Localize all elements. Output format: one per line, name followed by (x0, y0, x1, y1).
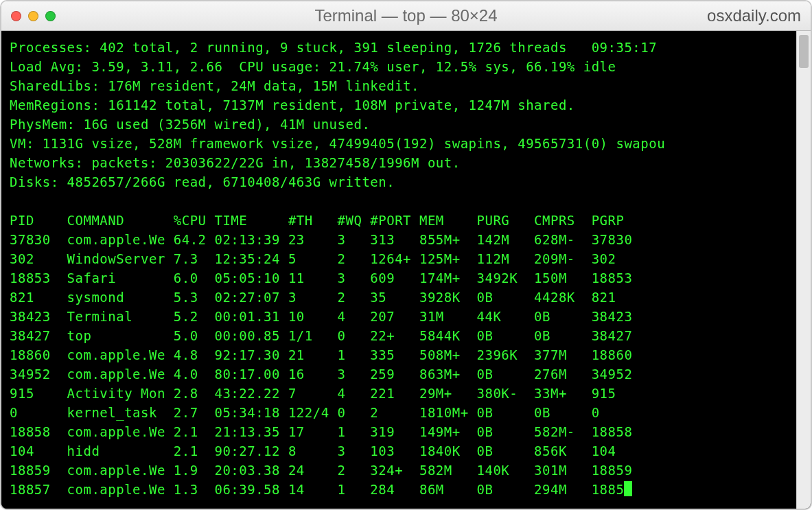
terminal-line: 18858 com.apple.We 2.1 21:13.35 17 1 319… (10, 424, 632, 439)
terminal-line: 821 sysmond 5.3 02:27:07 3 2 35 3928K 0B… (10, 290, 616, 305)
terminal-line: Processes: 402 total, 2 running, 9 stuck… (10, 40, 657, 55)
terminal-line: 915 Activity Mon 2.8 43:22.22 7 4 221 29… (10, 386, 616, 401)
terminal-line: 0 kernel_task 2.7 05:34:18 122/4 0 2 181… (10, 405, 600, 420)
cursor-icon (624, 481, 632, 496)
terminal-line: 18857 com.apple.We 1.3 06:39.58 14 1 284… (10, 482, 624, 497)
terminal-line: Load Avg: 3.59, 3.11, 2.66 CPU usage: 21… (10, 59, 616, 74)
close-icon[interactable] (11, 11, 21, 21)
terminal-line: VM: 1131G vsize, 528M framework vsize, 4… (10, 136, 665, 151)
terminal-line: PID COMMAND %CPU TIME #TH #WQ #PORT MEM … (10, 213, 624, 228)
terminal-line: 302 WindowServer 7.3 12:35:24 5 2 1264+ … (10, 251, 616, 266)
terminal-line: 34952 com.apple.We 4.0 80:17.00 16 3 259… (10, 367, 632, 382)
zoom-icon[interactable] (45, 11, 56, 21)
traffic-lights (11, 11, 56, 21)
terminal-line: Disks: 4852657/266G read, 6710408/463G w… (10, 174, 395, 189)
terminal-line: 18860 com.apple.We 4.8 92:17.30 21 1 335… (10, 347, 632, 362)
terminal-line: 18859 com.apple.We 1.9 20:03.38 24 2 324… (10, 463, 632, 478)
terminal-window: Terminal — top — 80×24 osxdaily.com Proc… (0, 0, 812, 510)
terminal-output[interactable]: Processes: 402 total, 2 running, 9 stuck… (1, 31, 796, 509)
terminal-body: Processes: 402 total, 2 running, 9 stuck… (1, 31, 811, 509)
titlebar[interactable]: Terminal — top — 80×24 osxdaily.com (1, 1, 811, 31)
terminal-line: 18853 Safari 6.0 05:05:10 11 3 609 174M+… (10, 270, 632, 286)
terminal-line: 38427 top 5.0 00:00.85 1/1 0 22+ 5844K 0… (10, 328, 632, 343)
terminal-line: Networks: packets: 20303622/22G in, 1382… (10, 155, 461, 170)
minimize-icon[interactable] (28, 11, 38, 21)
scroll-thumb[interactable] (799, 35, 809, 68)
window-title: Terminal — top — 80×24 (1, 6, 811, 25)
terminal-line: 104 hidd 2.1 90:27.12 8 3 103 1840K 0B 8… (10, 443, 616, 459)
terminal-line: 38423 Terminal 5.2 00:01.31 10 4 207 31M… (10, 309, 632, 324)
terminal-line: PhysMem: 16G used (3256M wired), 41M unu… (10, 117, 370, 132)
watermark: osxdaily.com (707, 6, 801, 25)
scrollbar[interactable] (796, 31, 811, 509)
terminal-line: MemRegions: 161142 total, 7137M resident… (10, 97, 575, 113)
terminal-line: 37830 com.apple.We 64.2 02:13:39 23 3 31… (10, 232, 632, 247)
terminal-line: SharedLibs: 176M resident, 24M data, 15M… (10, 78, 419, 93)
